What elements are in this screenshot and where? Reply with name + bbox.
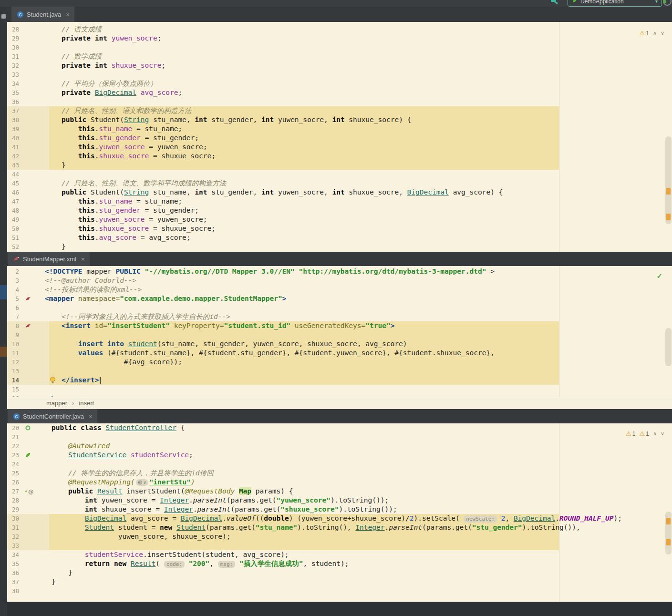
code-line[interactable]: 13 xyxy=(7,367,672,376)
line-number[interactable]: 5 xyxy=(7,295,19,302)
code-line[interactable]: 39 this.stu_name = stu_name; xyxy=(7,124,672,133)
code-line[interactable]: 33 xyxy=(7,70,672,79)
line-number[interactable]: 10 xyxy=(7,340,19,348)
line-number[interactable]: 22 xyxy=(7,442,19,450)
error-stripe-mark[interactable] xyxy=(666,214,671,220)
bird-gutter-icon[interactable] xyxy=(25,295,33,302)
code-line[interactable]: 31 // 数学成绩 xyxy=(7,52,672,61)
line-number[interactable]: 20 xyxy=(7,424,19,431)
line-number[interactable]: 11 xyxy=(7,349,19,357)
line-number[interactable]: 31 xyxy=(7,524,19,531)
close-icon[interactable]: × xyxy=(81,256,85,263)
code-line[interactable]: 45 // 只姓名、性别、语文、数学和平均成绩的构造方法 xyxy=(7,179,672,188)
down-arrow-icon[interactable]: ∨ xyxy=(661,431,664,437)
line-number[interactable]: 37 xyxy=(7,107,19,114)
error-stripe-mark[interactable] xyxy=(666,188,671,195)
editor-studentmapper-xml[interactable]: 2<!DOCTYPE mapper PUBLIC "-//mybatis.org… xyxy=(7,266,672,397)
line-number[interactable]: 34 xyxy=(7,551,19,558)
code-line[interactable]: 41 this.yuwen_socre = yuwen_socre; xyxy=(7,143,672,152)
run-config-select[interactable]: DemoApplication ▾ xyxy=(568,0,662,7)
code-line[interactable]: 20public class StudentController { xyxy=(7,423,672,432)
code-line[interactable]: 36 } xyxy=(7,568,672,577)
line-number[interactable]: 9 xyxy=(7,331,19,339)
warning-badge[interactable]: ⚠1 xyxy=(640,430,649,437)
code-line[interactable]: 29 int shuxue_score = Integer.parseInt(p… xyxy=(7,505,672,514)
code-line[interactable]: 44 xyxy=(7,170,672,179)
code-line[interactable]: 49 this.yuwen_socre = yuwen_socre; xyxy=(7,215,672,224)
code-line[interactable]: 34 studentService.insertStudent(student,… xyxy=(7,550,672,559)
code-line[interactable]: 35 return new Result( code: "200", msg: … xyxy=(7,559,672,568)
code-line[interactable]: 52 } xyxy=(7,242,672,251)
line-number[interactable]: 30 xyxy=(7,44,19,51)
code-line[interactable]: 28 int yuwen_score = Integer.parseInt(pa… xyxy=(7,496,672,505)
line-number[interactable]: 49 xyxy=(7,216,19,223)
code-line[interactable]: 22 @Autowired xyxy=(7,441,672,451)
code-line[interactable]: 26 @RequestMapping(∨"inertStu") xyxy=(7,478,672,487)
tab-studentmapper-xml[interactable]: StudentMapper.xml × xyxy=(8,252,90,266)
warning-badge[interactable]: ⚠1 xyxy=(626,430,635,437)
line-number[interactable]: 6 xyxy=(7,304,19,311)
code-line[interactable]: 34 // 平均分（保留小数点两位） xyxy=(7,79,672,88)
line-number[interactable]: 38 xyxy=(7,587,19,595)
code-line[interactable]: 7 <!--同学对象注入的方式来获取插入学生自长的id--> xyxy=(7,312,672,321)
line-number[interactable]: 31 xyxy=(7,53,19,60)
inspections-widget[interactable]: ⚠1∧∨ xyxy=(636,30,664,37)
line-number[interactable]: 34 xyxy=(7,80,19,87)
code-line[interactable]: 35 private BigDecimal avg_score; xyxy=(7,88,672,97)
code-line[interactable]: 29 private int yuwen_socre; xyxy=(7,34,672,43)
line-number[interactable]: 3 xyxy=(7,277,19,284)
code-line[interactable]: 24 xyxy=(7,460,672,469)
up-arrow-icon[interactable]: ∧ xyxy=(653,30,657,36)
code-line[interactable]: 12 #{avg_score}); xyxy=(7,358,672,367)
close-icon[interactable]: × xyxy=(66,11,70,18)
tab-studentcontroller-java[interactable]: C StudentController.java × xyxy=(8,409,97,423)
line-number[interactable]: 2 xyxy=(7,268,19,275)
tool-stripe-button[interactable] xyxy=(0,347,7,357)
code-line[interactable]: 36 xyxy=(7,97,672,106)
code-line[interactable]: 28 // 语文成绩 xyxy=(7,25,672,34)
code-line[interactable]: 31 Student student = new Student(params.… xyxy=(7,523,672,532)
down-arrow-icon[interactable]: ∨ xyxy=(661,30,664,36)
line-number[interactable]: 32 xyxy=(7,533,19,540)
code-line[interactable]: 43 } xyxy=(7,161,672,170)
code-line[interactable]: 42 this.shuxue_socre = shuxue_socre; xyxy=(7,152,672,161)
ring-gutter-icon[interactable] xyxy=(25,424,33,431)
line-number[interactable]: 30 xyxy=(7,515,19,522)
code-line[interactable]: 37} xyxy=(7,577,672,586)
line-number[interactable]: 25 xyxy=(7,470,19,477)
line-number[interactable]: 40 xyxy=(7,134,19,142)
leaf-gutter-icon[interactable] xyxy=(25,452,33,459)
code-line[interactable]: 51 this.avg_score = avg_score; xyxy=(7,233,672,242)
line-number[interactable]: 15 xyxy=(7,386,19,393)
inspections-widget[interactable]: ⚠1⚠1∧∨ xyxy=(622,430,664,437)
line-number[interactable]: 29 xyxy=(7,506,19,513)
line-number[interactable]: 33 xyxy=(7,71,19,78)
line-number[interactable]: 28 xyxy=(7,497,19,504)
warning-badge[interactable]: ⚠1 xyxy=(640,30,649,37)
code-line[interactable]: 38 public Student(String stu_name, int s… xyxy=(7,115,672,124)
line-number[interactable]: 48 xyxy=(7,207,19,214)
leafat-gutter-icon[interactable]: @ xyxy=(25,488,33,495)
error-stripe-mark[interactable] xyxy=(666,518,671,524)
editor-studentcontroller-java[interactable]: 20public class StudentController {2122 @… xyxy=(7,423,672,602)
code-line[interactable]: 38 xyxy=(7,586,672,595)
line-number[interactable]: 7 xyxy=(7,313,19,320)
close-icon[interactable]: × xyxy=(89,413,93,420)
code-line[interactable]: 14 </insert> xyxy=(7,376,672,385)
line-number[interactable]: 39 xyxy=(7,125,19,133)
line-number[interactable]: 52 xyxy=(7,243,19,250)
code-line[interactable]: 15 xyxy=(7,385,672,394)
chevron-down-icon[interactable]: ▾ xyxy=(655,0,658,4)
tool-stripe-button-active[interactable] xyxy=(0,285,7,299)
line-number[interactable]: 51 xyxy=(7,234,19,241)
code-line[interactable]: 9 xyxy=(7,330,672,339)
bird-gutter-icon[interactable] xyxy=(25,322,33,329)
line-number[interactable]: 24 xyxy=(7,461,19,468)
tool-stripe-button[interactable] xyxy=(1,14,6,19)
editor-student-java[interactable]: 28 // 语文成绩29 private int yuwen_socre;303… xyxy=(7,22,672,252)
line-number[interactable]: 23 xyxy=(7,452,19,459)
tab-student-java[interactable]: C Student.java × xyxy=(11,7,74,22)
scrollbar-thumb[interactable] xyxy=(665,328,672,366)
line-number[interactable]: 41 xyxy=(7,144,19,151)
code-line[interactable]: 30 BigDecimal avg_score = BigDecimal.val… xyxy=(7,514,672,523)
